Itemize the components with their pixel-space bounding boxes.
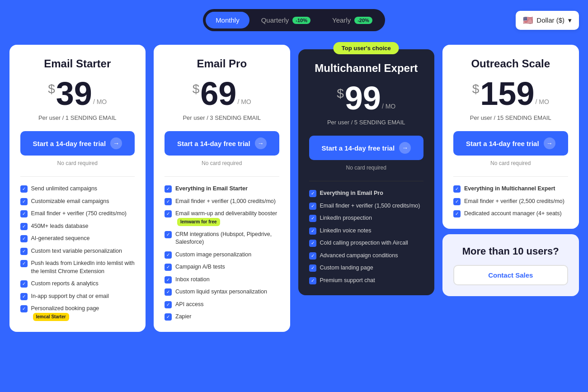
check-icon: ✓ (165, 301, 172, 308)
price-row-email-pro: $ 69 / MO (165, 77, 279, 110)
contact-sales-button[interactable]: Contact Sales (453, 265, 568, 285)
check-icon: ✓ (165, 288, 172, 296)
feature-item: ✓ LinkedIn prospection (309, 214, 424, 222)
price-subtitle-email-starter: Per user / 1 SENDING EMAIL (20, 114, 135, 121)
check-icon: ✓ (20, 293, 28, 300)
feature-item: ✓ Premium support chat (309, 277, 424, 285)
check-icon: ✓ (309, 277, 316, 284)
check-icon: ✓ (20, 235, 28, 242)
plan-email-pro: Email Pro $ 69 / MO Per user / 3 SENDING… (154, 45, 290, 332)
quarterly-label: Quarterly (261, 16, 289, 24)
feature-item: ✓ Inbox rotation (165, 276, 279, 284)
price-subtitle-multichannel-expert: Per user / 5 SENDING EMAIL (309, 119, 424, 126)
check-icon: ✓ (453, 185, 461, 193)
check-icon: ✓ (309, 264, 316, 272)
feature-item: ✓ LinkedIn voice notes (309, 227, 424, 235)
check-icon: ✓ (165, 313, 172, 321)
price-amount-multichannel-expert: 99 (345, 82, 381, 114)
trial-button-multichannel-expert[interactable]: Start a 14-day free trial → (309, 136, 424, 160)
price-amount-outreach-scale: 159 (480, 77, 534, 110)
feature-item: ✓ Email finder + verifier (1,000 credits… (165, 198, 279, 206)
lemwarm-tag: lemwarm for free (177, 218, 220, 226)
top-choice-badge: Top user's choice (334, 42, 399, 54)
check-icon: ✓ (20, 248, 28, 255)
trial-button-email-pro[interactable]: Start a 14-day free trial → (165, 131, 279, 156)
feature-item: ✓ Custom landing page (309, 264, 424, 272)
billing-option-quarterly[interactable]: Quarterly -10% (251, 12, 320, 28)
feature-item: ✓ AI-generated sequence (20, 235, 135, 243)
check-icon: ✓ (165, 231, 172, 238)
billing-toggle: Monthly Quarterly -10% Yearly -20% (203, 9, 385, 31)
trial-button-outreach-scale[interactable]: Start a 14-day free trial → (453, 131, 568, 156)
top-bar: Monthly Quarterly -10% Yearly -20% 🇺🇸 Do… (9, 9, 579, 31)
price-period-email-starter: / MO (93, 98, 107, 105)
feature-item: ✓ Campaign A/B tests (165, 263, 279, 271)
features-list-outreach-scale: ✓ Everything in Multichannel Expert ✓ Em… (453, 185, 568, 218)
features-list-multichannel-expert: ✓ Everything in Email Pro ✓ Email finder… (309, 189, 424, 284)
check-icon: ✓ (309, 240, 316, 247)
divider (20, 176, 135, 177)
feature-item: ✓ Personalized booking page lemcal Start… (20, 305, 135, 321)
check-icon: ✓ (20, 210, 28, 217)
price-subtitle-email-pro: Per user / 3 SENDING EMAIL (165, 114, 279, 121)
trial-button-email-starter[interactable]: Start a 14-day free trial → (20, 131, 135, 156)
billing-option-monthly[interactable]: Monthly (206, 12, 249, 28)
check-icon: ✓ (20, 223, 28, 230)
feature-item: ✓ Cold calling prospection with Aircall (309, 239, 424, 247)
feature-item: ✓ 450M+ leads database (20, 222, 135, 231)
plan-title-outreach-scale: Outreach Scale (453, 57, 568, 70)
currency-label: Dollar ($) (536, 16, 564, 24)
price-row-outreach-scale: $ 159 / MO (453, 77, 568, 110)
divider (165, 176, 279, 177)
check-icon: ✓ (309, 190, 316, 197)
divider (309, 181, 424, 181)
no-card-multichannel-expert: No card required (309, 165, 424, 171)
check-icon: ✓ (165, 198, 172, 205)
feature-item: ✓ Send unlimited campaigns (20, 185, 135, 193)
yearly-badge: -20% (354, 17, 372, 24)
check-icon: ✓ (20, 198, 28, 205)
check-icon: ✓ (165, 210, 172, 217)
price-amount-email-starter: 39 (56, 77, 92, 110)
plan-email-starter: Email Starter $ 39 / MO Per user / 1 SEN… (9, 45, 146, 332)
monthly-label: Monthly (216, 16, 240, 24)
feature-item: ✓ CRM integrations (Hubspot, Pipedrive, … (165, 231, 279, 246)
currency-selector[interactable]: 🇺🇸 Dollar ($) ▾ (516, 11, 579, 30)
feature-item: ✓ Dedicated account manager (4+ seats) (453, 210, 568, 218)
check-icon: ✓ (20, 305, 28, 312)
price-period-multichannel-expert: / MO (382, 103, 395, 110)
divider (453, 176, 568, 177)
check-icon: ✓ (20, 185, 28, 193)
price-period-outreach-scale: / MO (535, 98, 549, 105)
price-dollar-sign: $ (48, 82, 55, 96)
feature-item: ✓ Zapier (165, 313, 279, 321)
plan-outreach-scale: Outreach Scale $ 159 / MO Per user / 15 … (442, 45, 579, 229)
feature-item: ✓ Custom image personalization (165, 251, 279, 259)
lemcal-tag: lemcal Starter (33, 313, 69, 321)
price-row-email-starter: $ 39 / MO (20, 77, 135, 110)
check-icon: ✓ (20, 280, 28, 288)
quarterly-badge: -10% (292, 17, 310, 24)
price-amount-email-pro: 69 (200, 77, 236, 110)
price-subtitle-outreach-scale: Per user / 15 SENDING EMAIL (453, 114, 568, 121)
feature-item: ✓ Push leads from LinkedIn into lemlist … (20, 260, 135, 275)
arrow-icon: → (255, 137, 267, 149)
feature-item: ✓ Everything in Email Starter (165, 185, 279, 193)
arrow-icon: → (544, 137, 555, 149)
feature-item: ✓ Everything in Email Pro (309, 189, 424, 198)
feature-item: ✓ Custom text variable personalization (20, 247, 135, 255)
plans-grid: Email Starter $ 39 / MO Per user / 1 SEN… (9, 45, 579, 332)
check-icon: ✓ (20, 260, 28, 267)
check-icon: ✓ (453, 210, 461, 217)
arrow-icon: → (110, 137, 122, 149)
no-card-email-starter: No card required (20, 160, 135, 166)
yearly-label: Yearly (332, 16, 351, 24)
check-icon: ✓ (309, 203, 316, 210)
check-icon: ✓ (309, 252, 316, 260)
arrow-icon: → (399, 142, 411, 154)
billing-option-yearly[interactable]: Yearly -20% (322, 12, 382, 28)
check-icon: ✓ (453, 198, 461, 205)
check-icon: ✓ (165, 276, 172, 283)
price-dollar-sign: $ (337, 86, 344, 101)
chevron-down-icon: ▾ (568, 16, 572, 24)
